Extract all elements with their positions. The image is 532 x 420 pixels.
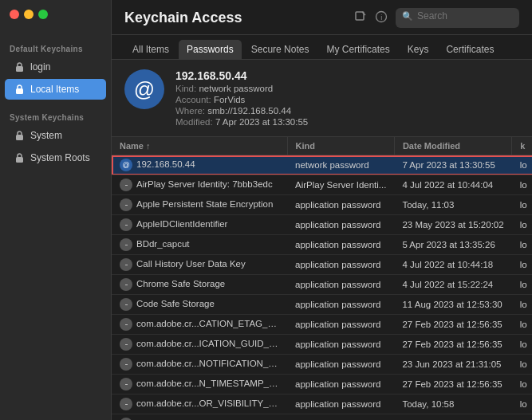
item-kind: application password: [287, 315, 394, 335]
item-name: Apple Persistent State Encryption: [136, 199, 273, 209]
table-row[interactable]: @192.168.50.44network password7 Apr 2023…: [112, 155, 532, 175]
table-row[interactable]: ···AirPlay Server Identity: 7bbb3edcAirP…: [112, 175, 532, 195]
info-icon[interactable]: i: [375, 10, 388, 26]
search-box: 🔍: [396, 8, 519, 28]
maximize-button[interactable]: [38, 10, 48, 19]
selected-item-kind: network password: [199, 84, 273, 93]
item-keychain: lo: [512, 175, 532, 195]
item-date-modified: 27 Feb 2023 at 12:56:35: [394, 375, 511, 394]
item-kind: application password: [287, 375, 394, 394]
table-row[interactable]: ···com.adobe.cr...OR_VISIBILITY_KEYappli…: [112, 394, 532, 414]
item-kind: application password: [287, 235, 394, 255]
sidebar-item-local-items[interactable]: Local Items: [5, 79, 106, 100]
col-header-date-modified: Date Modified: [394, 137, 511, 155]
item-date-modified: 27 Feb 2023 at 12:56:35: [394, 315, 511, 335]
item-name: com.adobe.cr...NOTIFICATION_KEY: [136, 359, 286, 368]
item-name: com.adobe.cr...OR_VISIBILITY_KEY: [136, 398, 287, 408]
item-name: com.adobe.cr...CATION_ETAG_KEY: [136, 319, 286, 328]
table-row[interactable]: ···Code Safe Storageapplication password…: [112, 295, 532, 315]
table-row[interactable]: ···com.adobe.cr...ICATION_GUID_KEYapplic…: [112, 335, 532, 355]
item-keychain: lo: [512, 355, 532, 375]
item-keychain: lo: [512, 335, 532, 355]
sidebar: Default Keychains login Local Items Syst…: [0, 0, 112, 420]
item-name: Code Safe Storage: [136, 299, 215, 308]
dots-icon: ···: [120, 179, 132, 191]
item-date-modified: 7 Apr 2023 at 13:30:55: [394, 155, 511, 175]
item-name: com.adobe.cr...ICATION_GUID_KEY: [136, 339, 287, 348]
item-name: Chrome Safe Storage: [136, 279, 225, 289]
sidebar-item-system-label: System: [30, 130, 62, 141]
col-header-name[interactable]: Name ↑: [112, 137, 287, 155]
sidebar-item-login[interactable]: login: [5, 57, 106, 77]
svg-rect-2: [16, 135, 23, 140]
selected-item-account: ForVids: [214, 95, 245, 104]
sidebar-item-system-roots[interactable]: System Roots: [5, 147, 106, 168]
svg-rect-3: [16, 157, 23, 163]
selected-item-icon: @: [124, 69, 164, 109]
sidebar-item-system-roots-label: System Roots: [30, 152, 90, 163]
table-row[interactable]: ···com.adobe.cr...CATION_ETAG_KEYapplica…: [112, 315, 532, 335]
item-kind: application password: [287, 195, 394, 215]
item-name: BDdr_capcut: [136, 239, 189, 249]
table-row[interactable]: ···Call History User Data Keyapplication…: [112, 255, 532, 275]
item-name: com.adobe.cr...N_TIMESTAMP_KEY: [136, 379, 287, 388]
table-row[interactable]: ···BDdr_capcutapplication password5 Apr …: [112, 235, 532, 255]
item-date-modified: 4 Jul 2022 at 10:44:04: [394, 175, 511, 195]
item-kind: application password: [287, 255, 394, 275]
item-keychain: lo: [512, 315, 532, 335]
dots-icon: ···: [120, 278, 132, 291]
item-kind: application password: [287, 215, 394, 235]
selected-item-account-row: Account: ForVids: [175, 95, 308, 104]
table-row[interactable]: ···Apple Persistent State Encryptionappl…: [112, 195, 532, 215]
col-header-keychain: k: [512, 137, 532, 155]
item-date-modified: 23 Jun 2023 at 21:31:05: [394, 355, 511, 375]
minimize-button[interactable]: [24, 10, 33, 19]
item-date-modified: Today, 11:03: [394, 195, 511, 215]
items-table-container[interactable]: Name ↑KindDate Modifiedk @192.168.50.44n…: [112, 137, 532, 420]
header-actions: i 🔍: [354, 8, 519, 34]
item-keychain: lo: [512, 195, 532, 215]
tab-certificates[interactable]: Certificates: [438, 40, 502, 59]
dots-icon: ···: [120, 198, 132, 211]
search-icon: 🔍: [402, 11, 413, 22]
item-kind: network password: [287, 155, 394, 175]
detail-panel: @ 192.168.50.44 Kind: network password A…: [112, 60, 532, 137]
item-keychain: lo: [512, 414, 532, 421]
item-kind: application password: [287, 414, 394, 421]
item-name: 192.168.50.44: [136, 159, 195, 169]
svg-text:i: i: [380, 14, 382, 22]
dots-icon: ···: [120, 258, 132, 271]
svg-rect-1: [16, 88, 23, 94]
tab-keys[interactable]: Keys: [400, 40, 437, 59]
table-row[interactable]: ···com.adobe.cr...N_TIMESTAMP_KEYapplica…: [112, 375, 532, 394]
table-row[interactable]: ···Chrome Safe Storageapplication passwo…: [112, 275, 532, 295]
item-date-modified: 5 Apr 2023 at 13:35:26: [394, 235, 511, 255]
tab-passwords[interactable]: Passwords: [179, 40, 242, 59]
table-row[interactable]: ···com.adobe.cr...NOTIFICATION_KEYapplic…: [112, 355, 532, 375]
item-keychain: lo: [512, 155, 532, 175]
table-row[interactable]: ···com.adobe.cr...rdPartyPluginsInstalla…: [112, 414, 532, 421]
dots-icon: ···: [120, 378, 132, 391]
tab-my-certificates[interactable]: My Certificates: [318, 40, 397, 59]
tab-all-items[interactable]: All Items: [124, 40, 177, 59]
item-keychain: lo: [512, 394, 532, 414]
svg-rect-0: [16, 66, 23, 72]
sidebar-item-system[interactable]: System: [5, 125, 106, 146]
tab-secure-notes[interactable]: Secure Notes: [243, 40, 317, 59]
dots-icon: ···: [120, 398, 132, 410]
item-keychain: lo: [512, 215, 532, 235]
item-keychain: lo: [512, 235, 532, 255]
edit-icon[interactable]: [354, 10, 367, 26]
table-row[interactable]: ···AppleIDClientIdentifierapplication pa…: [112, 215, 532, 235]
sidebar-item-local-items-label: Local Items: [30, 84, 79, 95]
col-header-kind: Kind: [287, 137, 394, 155]
dots-icon: ···: [120, 218, 132, 231]
selected-item-modified: 7 Apr 2023 at 13:30:55: [215, 117, 308, 127]
lock-icon: [13, 61, 26, 73]
selected-item-where: smb://192.168.50.44: [207, 106, 291, 116]
search-input[interactable]: [417, 10, 513, 22]
header: Keychain Access i 🔍: [112, 0, 532, 35]
close-button[interactable]: [10, 10, 19, 19]
table-header: Name ↑KindDate Modifiedk: [112, 137, 532, 155]
tabs-bar: All ItemsPasswordsSecure NotesMy Certifi…: [112, 35, 532, 60]
